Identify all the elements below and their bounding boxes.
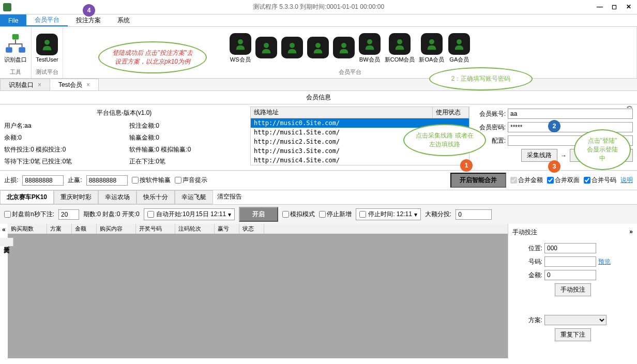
data-grid[interactable] <box>8 234 508 358</box>
dropdown-icon[interactable]: ▾ <box>228 211 231 218</box>
route-item[interactable]: http://music4.Site.com/ <box>251 156 469 165</box>
user-icon <box>359 33 381 55</box>
start-button[interactable]: 开启 <box>239 207 278 222</box>
grid-column-header: 购买期数 <box>8 224 47 234</box>
collect-routes-button[interactable]: 采集线路 <box>521 149 557 162</box>
merge-amount-checkbox <box>510 177 517 184</box>
platform-info-panel: 平台信息-版本(v1.0) 用户名:aa 投注金额:0 余额:0 输赢金额:0 … <box>0 104 248 170</box>
game-tab[interactable]: 幸运农场 <box>98 190 136 204</box>
autostart-checkbox[interactable] <box>147 211 154 218</box>
user-icon <box>389 33 411 55</box>
stoploss-toolbar: 止损: 止赢: 按软件输赢 声音提示 开启智能合并 合并金额 合并双面 合并号码… <box>0 170 637 190</box>
window-title: 测试程序 5.3.3.0 到期时间:0001-01-01 00:00:00 <box>253 3 384 11</box>
stop-time-field[interactable]: 停止时间: 12:11 ▾ <box>356 208 421 220</box>
stop-time-checkbox[interactable] <box>359 211 366 218</box>
tab-identify-disk[interactable]: 识别盘口 × <box>0 79 50 90</box>
close-before-input[interactable] <box>58 209 79 220</box>
ribbon: 识别盘口 工具 TestUser 测试平台 WS会员BW会员新COM会员新OA会… <box>0 27 637 79</box>
close-button[interactable]: ✕ <box>625 3 633 11</box>
menu-system[interactable]: 系统 <box>109 14 138 26</box>
svg-point-4 <box>238 39 243 44</box>
game-tab[interactable]: 快乐十分 <box>136 190 175 204</box>
big-split-input[interactable] <box>456 209 492 220</box>
bet-amount-label: 投注金额:0 <box>129 122 244 130</box>
callout-2: 2：正确填写账号密码 <box>429 67 533 90</box>
main-area: « 购买期数方案金额购买内容开奖号码注码轮次赢亏状态 手动投注 » 位置: 号码… <box>0 224 637 358</box>
manual-bet-button[interactable]: 手动投注 <box>555 283 591 296</box>
explain-link[interactable]: 说明 <box>620 176 633 185</box>
smart-merge-button[interactable]: 开启智能合并 <box>450 173 506 188</box>
annotation-badge-2: 2 <box>548 120 560 132</box>
callout-1: 点击采集线路 或者在左边填线路 <box>403 124 486 156</box>
ribbon-testuser[interactable]: TestUser <box>36 34 58 63</box>
annotation-badge-3: 3 <box>548 160 560 173</box>
svg-point-8 <box>341 43 346 48</box>
dropdown-icon[interactable]: ▾ <box>414 211 417 218</box>
hierarchy-icon <box>5 33 26 55</box>
merge-double-checkbox[interactable] <box>547 177 554 184</box>
stoploss-label: 止损: <box>4 176 18 185</box>
sound-checkbox[interactable] <box>175 177 181 184</box>
ribbon-member[interactable]: WS会员 <box>230 33 251 64</box>
ribbon-identify-disk[interactable]: 识别盘口 <box>4 33 27 64</box>
username-label: 用户名:aa <box>4 122 119 130</box>
callout-3: 点击"登陆" 会显示登陆中 <box>574 129 631 170</box>
ribbon-member[interactable] <box>307 37 329 59</box>
member-info-header: 会员信息 <box>0 91 637 104</box>
minimize-button[interactable]: — <box>596 3 604 11</box>
ribbon-member[interactable] <box>281 37 303 59</box>
menu-bar: File 会员平台 投注方案 系统 <box>0 14 637 27</box>
collapse-icon[interactable]: ︽ <box>627 101 633 110</box>
annotation-badge-1: 1 <box>460 159 473 172</box>
svg-point-9 <box>367 39 372 44</box>
ribbon-member[interactable] <box>333 37 355 59</box>
wait-bet-label: 等待下注:0笔 已投注:0笔 <box>4 157 119 166</box>
winloss-label: 输赢金额:0 <box>129 133 244 142</box>
expand-right-icon[interactable]: » <box>629 228 633 237</box>
tab-test-member[interactable]: Test会员 × <box>50 79 99 90</box>
col-route-address: 线路地址 <box>251 107 433 118</box>
game-tab[interactable]: 北京赛车PK10 <box>0 190 54 204</box>
amount-input[interactable] <box>544 270 596 280</box>
ribbon-member[interactable]: 新OA会员 <box>419 33 444 64</box>
grid-column-header: 金额 <box>72 224 97 234</box>
menu-member-platform[interactable]: 会员平台 <box>26 14 68 26</box>
merge-number-checkbox[interactable] <box>584 177 590 184</box>
stopwin-input[interactable] <box>86 175 128 186</box>
preview-link[interactable]: 预览 <box>598 257 611 266</box>
by-software-checkbox[interactable] <box>132 177 139 184</box>
autostart-field[interactable]: 自动开始:10月15日 12:11 ▾ <box>144 208 235 220</box>
stoploss-input[interactable] <box>22 175 64 186</box>
menu-file[interactable]: File <box>0 14 26 26</box>
ribbon-member[interactable] <box>255 37 277 59</box>
repeat-bet-button[interactable]: 重复下注 <box>555 328 591 341</box>
manual-title: 手动投注 <box>512 228 537 237</box>
user-icon <box>36 34 58 55</box>
user-icon <box>421 33 443 55</box>
arrow-icon: → <box>560 152 567 159</box>
number-input[interactable] <box>544 256 596 267</box>
account-label: 会员账号: <box>476 110 506 118</box>
manual-bet-panel: 手动投注 » 位置: 号码: 预览 金额: 手动投注 方案: 重复下注 <box>508 224 637 358</box>
callout-4: 登陆成功后 点击"投注方案"去设置方案，以北京pk10为例 <box>98 41 207 73</box>
simulate-checkbox[interactable] <box>282 211 289 218</box>
account-input[interactable] <box>508 109 633 119</box>
close-icon[interactable]: × <box>38 81 41 88</box>
position-input[interactable] <box>544 243 596 253</box>
ribbon-member[interactable]: 新COM会员 <box>385 33 415 64</box>
stop-add-checkbox[interactable] <box>319 211 326 218</box>
grid-column-header: 方案 <box>47 224 72 234</box>
grid-column-header: 赢亏 <box>215 224 239 234</box>
ribbon-member[interactable]: BW会员 <box>359 33 381 64</box>
game-tab[interactable]: 幸运飞艇 <box>175 190 213 204</box>
svg-point-5 <box>264 43 269 48</box>
clear-report-button[interactable]: 清空报告 <box>213 190 246 204</box>
maximize-button[interactable]: ◻ <box>610 3 618 11</box>
document-tabs: 识别盘口 × Test会员 × <box>0 79 637 91</box>
ribbon-member[interactable]: GA会员 <box>448 33 470 64</box>
close-icon[interactable]: × <box>86 81 90 88</box>
close-before-checkbox[interactable] <box>4 211 11 218</box>
plan-select[interactable] <box>544 315 606 325</box>
game-tab[interactable]: 重庆时时彩 <box>54 190 98 204</box>
history-label[interactable]: 开奖历史 <box>0 238 13 246</box>
